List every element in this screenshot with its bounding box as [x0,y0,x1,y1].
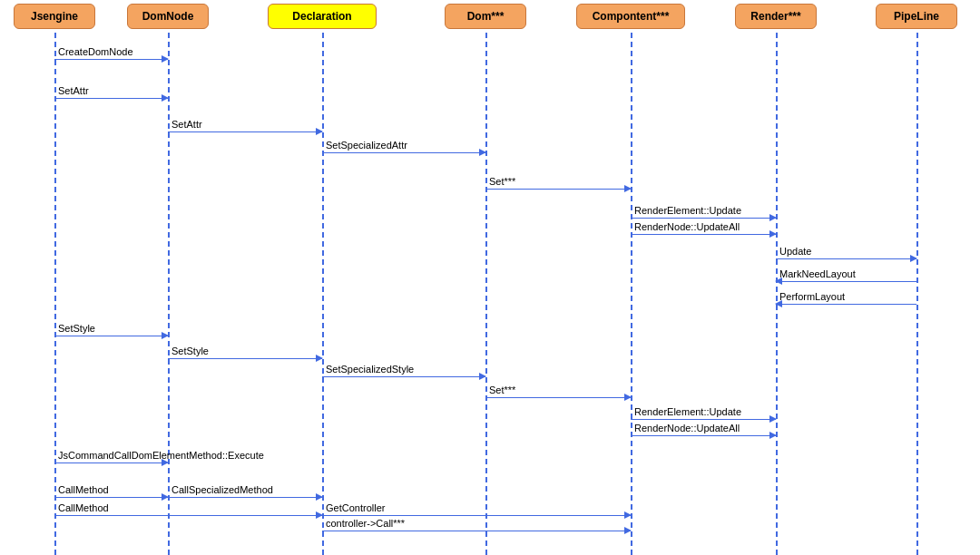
actor-domnode: DomNode [127,4,209,29]
actor-component: Compontent*** [576,4,685,29]
label-18: CallSpecializedMethod [172,484,273,495]
sequence-diagram: JsengineDomNodeDeclarationDom***Componte… [0,0,980,555]
arrow-5 [631,218,776,219]
lifeline-declaration [322,33,324,555]
label-21: controller->Call*** [326,518,405,529]
label-7: Update [779,246,811,257]
label-13: Set*** [489,385,515,395]
arrow-6 [631,234,776,235]
arrow-20 [322,515,631,516]
actor-declaration: Declaration [268,4,377,29]
arrow-9 [776,304,916,305]
arrow-18 [168,497,322,498]
label-8: MarkNeedLayout [779,268,856,279]
arrow-16 [54,462,168,463]
arrow-2 [168,131,322,132]
label-3: SetSpecializedAttr [326,140,407,151]
actor-dom: Dom*** [445,4,526,29]
label-6: RenderNode::UpdateAll [634,221,740,232]
lifeline-component [631,33,632,555]
arrow-12 [322,376,485,377]
arrow-17 [54,497,168,498]
actor-render: Render*** [735,4,817,29]
arrow-0 [54,59,168,60]
arrow-4 [485,189,631,190]
label-17: CallMethod [58,484,109,495]
arrow-15 [631,435,776,436]
label-5: RenderElement::Update [634,205,741,216]
arrow-8 [776,281,916,282]
arrow-14 [631,419,776,420]
lifeline-domnode [168,33,170,555]
actor-pipeline: PipeLine [876,4,957,29]
arrow-10 [54,336,168,336]
label-19: CallMethod [58,502,109,513]
label-20: GetController [326,502,385,513]
arrow-13 [485,397,631,398]
label-15: RenderNode::UpdateAll [634,423,740,433]
label-11: SetStyle [172,346,209,356]
label-14: RenderElement::Update [634,406,741,417]
lifeline-jsengine [54,33,56,555]
arrow-19 [54,515,322,516]
label-4: Set*** [489,176,515,187]
label-2: SetAttr [172,119,202,130]
label-9: PerformLayout [779,291,845,302]
lifeline-render [776,33,778,555]
actor-jsengine: Jsengine [14,4,95,29]
label-0: CreateDomNode [58,46,133,57]
arrow-3 [322,152,485,153]
arrow-7 [776,258,916,259]
label-12: SetSpecializedStyle [326,364,414,375]
arrow-21 [322,531,631,531]
label-10: SetStyle [58,323,95,334]
arrow-1 [54,98,168,99]
label-16: JsCommandCallDomElementMethod::Execute [58,450,264,461]
lifeline-pipeline [916,33,918,555]
label-1: SetAttr [58,85,89,96]
lifeline-dom [485,33,487,555]
arrow-11 [168,358,322,359]
